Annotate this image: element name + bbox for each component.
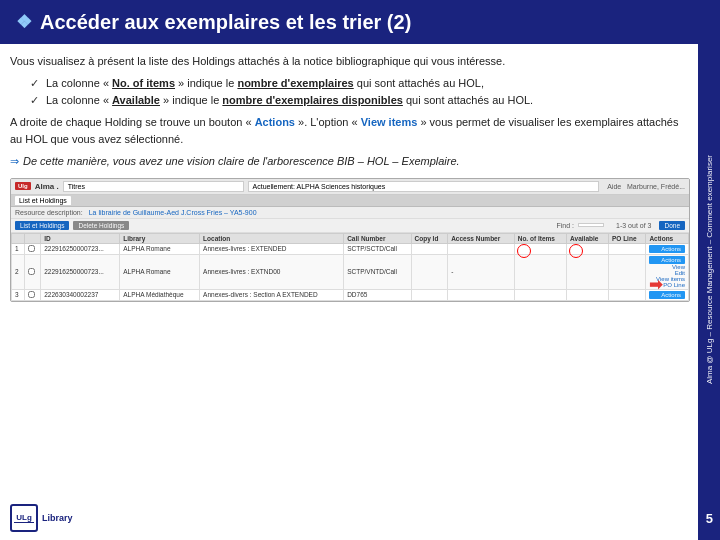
row2-id: 222916250000723... [41,254,120,289]
th-check [24,233,41,243]
th-noitems: No. of Items [514,233,566,243]
find-label: Find : [557,222,575,229]
row3-num: 3 [12,289,25,300]
ulg-logo: ULg Library [10,504,73,532]
row3-available [567,289,609,300]
row2-copyid [411,254,448,289]
row3-poline [608,289,645,300]
page-number: 5 [699,507,720,530]
row1-actions: Actions [646,243,689,254]
bullet-item-1: La colonne « No. of items » indique le n… [30,75,690,92]
row3-callnum: DD765 [344,289,411,300]
alma-search-bar: Titres Actuellement: ALPHA Sciences hist… [63,181,599,192]
row3-location: Annexes-divers : Section A EXTENDED [200,289,344,300]
th-num [12,233,25,243]
th-poline: PO Line [608,233,645,243]
list-holdings-button[interactable]: List et Holdings [15,221,69,230]
row2-noitems [514,254,566,289]
find-input[interactable] [578,223,604,227]
col-count: 1-3 out of 3 [616,222,651,229]
alma-topbar: Ulg Alma . Titres Actuellement: ALPHA Sc… [11,179,689,195]
table-row: 2 222916250000723... ALPHA Romane Annexe… [12,254,689,289]
view-items-highlight: View items [361,116,418,128]
row1-available [567,243,609,254]
nombre-exemplaires-label: nombre d'exemplaires [237,77,353,89]
row1-noitems [514,243,566,254]
nombre-exemplaires-dispo-label: nombre d'exemplaires disponibles [222,94,403,106]
holdings-table-container: ID Library Location Call Number Copy Id … [11,233,689,301]
ulg-logo-box: ULg [10,504,38,532]
th-copyid: Copy Id [411,233,448,243]
main-paragraph: A droite de chaque Holding se trouve un … [10,114,690,147]
page-container: ❖ Accéder aux exemplaires et les trier (… [0,0,720,540]
resource-desc-value: La librairie de Guillaume-Aed J.Cross Fr… [89,209,257,216]
content-area: Vous visualisez à présent la liste des H… [0,44,720,540]
row2-accnum: - [448,254,515,289]
th-actions: Actions [646,233,689,243]
th-callnumber: Call Number [344,233,411,243]
header-bar: ❖ Accéder aux exemplaires et les trier (… [0,0,720,44]
row2-actions-button[interactable]: Actions [649,256,685,264]
alma-subbar: Resource description: La librairie de Gu… [11,207,689,219]
alma-search-dropdown[interactable]: Titres [63,181,244,192]
arrow-symbol: ⇒ [10,153,19,170]
done-button[interactable]: Done [659,221,685,230]
row3-library: ALPHA Médiathèque [120,289,200,300]
row2-check[interactable] [24,254,41,289]
intro-paragraph: Vous visualisez à présent la liste des H… [10,54,690,69]
alma-nav-tabs: List et Holdings [11,195,689,207]
th-available: Available [567,233,609,243]
row2-num: 2 [12,254,25,289]
row3-id: 222630340002237 [41,289,120,300]
row2-location: Annexes-livres : EXTND00 [200,254,344,289]
diamond-icon: ❖ [16,11,32,33]
delete-holdings-button[interactable]: Delete Holdings [73,221,129,230]
row2-available [567,254,609,289]
row1-callnum: SCTP/SCTD/Call [344,243,411,254]
row1-poline [608,243,645,254]
row1-id: 222916250000723... [41,243,120,254]
alma-brand: Alma . [35,182,59,191]
available-label: Available [112,94,160,106]
tab-list-holdings[interactable]: List et Holdings [15,196,71,205]
vertical-bar-text: Alma @ ULg – Resource Management – Comme… [705,155,714,384]
alma-logo-box: Ulg [15,182,31,190]
ulg-text: ULg [16,513,32,522]
bullet-list: La colonne « No. of items » indique le n… [30,75,690,108]
row3-accnum [448,289,515,300]
row1-library: ALPHA Romane [120,243,200,254]
row1-check[interactable] [24,243,41,254]
actions-highlight: Actions [255,116,295,128]
table-row: 1 222916250000723... ALPHA Romane Annexe… [12,243,689,254]
alma-ui: Ulg Alma . Titres Actuellement: ALPHA Sc… [10,178,690,302]
row2-library: ALPHA Romane [120,254,200,289]
row2-poline [608,254,645,289]
row1-actions-button[interactable]: Actions [649,245,685,253]
alma-top-links: Aide Marburne, Frédé... [607,183,685,190]
resource-desc-label: Resource description: [15,209,83,216]
row3-check[interactable] [24,289,41,300]
th-library: Library [120,233,200,243]
row3-copyid [411,289,448,300]
th-id: ID [41,233,120,243]
table-row: 3 222630340002237 ALPHA Médiathèque Anne… [12,289,689,300]
red-arrow-indicator: ➡ [649,275,662,294]
vertical-text-bar: Alma @ ULg – Resource Management – Comme… [698,0,720,540]
row1-copyid [411,243,448,254]
row1-accnum [448,243,515,254]
row3-noitems [514,289,566,300]
header-title: ❖ Accéder aux exemplaires et les trier (… [16,11,411,34]
th-accnum: Access Number [448,233,515,243]
arrow-text: De cette manière, vous avez une vision c… [23,153,460,170]
row1-num: 1 [12,243,25,254]
th-location: Location [200,233,344,243]
row1-location: Annexes-livres : EXTENDED [200,243,344,254]
bullet-item-2: La colonne « Available » indique le nomb… [30,92,690,109]
page-title: Accéder aux exemplaires et les trier (2) [40,11,411,34]
alma-buttons-row: List et Holdings Delete Holdings Find : … [11,219,689,233]
alma-search-input[interactable]: Actuellement: ALPHA Sciences historiques [248,181,600,192]
holdings-table: ID Library Location Call Number Copy Id … [11,233,689,301]
alma-ui-wrapper: Ulg Alma . Titres Actuellement: ALPHA Sc… [10,178,690,302]
arrow-paragraph: ⇒ De cette manière, vous avez une vision… [10,153,690,170]
no-of-items-label: No. of items [112,77,175,89]
